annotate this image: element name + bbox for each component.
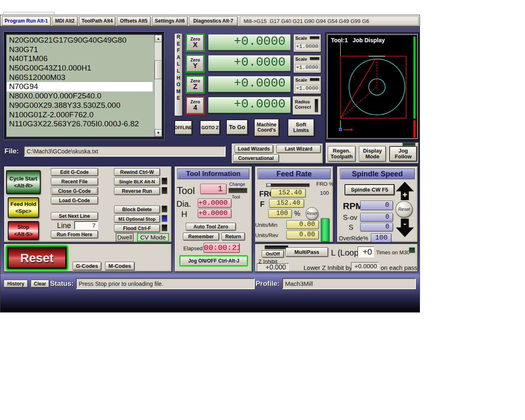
tool-number-dro[interactable]: 1 bbox=[200, 184, 226, 194]
gcode-line[interactable]: N40T1M06 bbox=[7, 54, 153, 64]
gcode-listing[interactable]: N20G00G21G17G90G40G49G80 N30G71 N40T1M06… bbox=[6, 34, 162, 137]
z-inhibit-onoff-button[interactable]: On/Off bbox=[262, 250, 284, 258]
zero-y-button[interactable]: ZeroY bbox=[186, 55, 205, 73]
single-blk-button[interactable]: Single BLK Alt-N bbox=[114, 178, 160, 185]
s-dro[interactable]: 0 bbox=[360, 223, 393, 231]
gcode-line[interactable]: N90G00X29.388Y33.530Z5.000 bbox=[7, 101, 153, 110]
f-dro[interactable]: 152.40 bbox=[269, 199, 304, 208]
tab-diagnostics[interactable]: Diagnostics Alt-7 bbox=[189, 16, 237, 25]
history-button[interactable]: History bbox=[4, 280, 28, 288]
close-gcode-button[interactable]: Close G-Code bbox=[51, 187, 98, 195]
display-mode-button[interactable]: Display Mode bbox=[359, 146, 386, 162]
fro-dro[interactable]: 152.40 bbox=[271, 189, 306, 197]
rewind-button[interactable]: Rewind Ctrl-W bbox=[114, 168, 160, 176]
run-from-here-button[interactable]: Run From Here bbox=[51, 231, 98, 238]
sov-dro[interactable]: 0 bbox=[360, 213, 393, 221]
job-display-screen[interactable]: Tool:1 Job Display bbox=[327, 34, 418, 139]
axis-letter: 4 bbox=[193, 104, 197, 111]
gcode-line[interactable]: N110G3X22.563Y26.705I0.000J-6.82 bbox=[7, 119, 153, 129]
y-axis-dro[interactable]: +0.0000 bbox=[208, 55, 291, 71]
file-path-field[interactable]: C:\Mach3\GCode\skuska.txt bbox=[24, 146, 226, 157]
feed-reset-button[interactable]: Reset bbox=[306, 207, 318, 220]
spindle-cw-button[interactable]: Spindle CW F5 bbox=[345, 184, 395, 195]
line-number-field[interactable]: 7 bbox=[74, 221, 98, 230]
tab-mdi[interactable]: MDI Alt2 bbox=[52, 16, 78, 25]
gcode-scrollbar[interactable]: ▲ ▼ bbox=[154, 35, 162, 137]
tab-toolpath[interactable]: ToolPath Alt4 bbox=[79, 16, 115, 25]
m1-optional-stop-button[interactable]: M1 Optional Stop bbox=[114, 215, 160, 223]
s-label: S bbox=[349, 224, 353, 232]
conversational-button[interactable]: Conversational bbox=[233, 154, 279, 162]
radius-correct-box[interactable]: Radius Correct bbox=[292, 96, 321, 115]
feed-override-dro[interactable]: 100 bbox=[268, 209, 292, 218]
gcode-line-current[interactable]: N70G94 bbox=[7, 82, 153, 91]
load-gcode-button[interactable]: Load G-Code bbox=[51, 196, 98, 204]
fro-slider-track[interactable] bbox=[266, 183, 310, 187]
reset-button[interactable]: Reset bbox=[6, 245, 68, 270]
z-inhibit-value-field[interactable]: +0.000 bbox=[257, 263, 289, 271]
block-delete-button[interactable]: Block Delete bbox=[114, 205, 160, 213]
recent-file-button[interactable]: Recent File bbox=[51, 178, 98, 185]
axis4-dro[interactable]: +0.0000 bbox=[208, 97, 291, 113]
z-scale-dro[interactable]: +1.0000 bbox=[295, 85, 320, 92]
soft-limits-button[interactable]: Soft Limits bbox=[288, 119, 315, 137]
gcode-line[interactable]: N30G71 bbox=[7, 45, 153, 55]
jog-onoff-button[interactable]: Jog ON/OFF Ctrl-Alt-J bbox=[180, 256, 248, 266]
gcode-line[interactable]: N20G00G21G17G90G40G49G80 bbox=[7, 36, 153, 45]
tool-h-dro[interactable]: +0.0000 bbox=[198, 209, 231, 218]
tab-program-run[interactable]: Program Run Alt-1 bbox=[2, 16, 50, 25]
zero-z-button[interactable]: ZeroZ bbox=[186, 75, 205, 94]
remember-button[interactable]: Remember bbox=[183, 233, 219, 240]
load-wizards-button[interactable]: Load Wizards bbox=[235, 145, 273, 153]
spindle-up-button[interactable]: + bbox=[396, 182, 414, 200]
return-button[interactable]: Return bbox=[221, 233, 245, 240]
multipass-button[interactable]: MultiPass bbox=[285, 247, 328, 257]
zero-4-button[interactable]: Zero4 bbox=[186, 96, 205, 114]
tab-offsets[interactable]: Offsets Alt5 bbox=[117, 16, 151, 25]
loop-label: L (Loop) bbox=[331, 248, 361, 258]
clear-button[interactable]: Clear bbox=[31, 280, 49, 288]
gcode-line[interactable]: N100G01Z-2.000F762.0 bbox=[7, 110, 153, 120]
stop-button[interactable]: Stop <Alt-S> bbox=[8, 221, 39, 240]
lower-z-inhibit-field[interactable]: +0.0000 bbox=[351, 262, 379, 270]
last-wizard-button[interactable]: Last Wizard bbox=[276, 145, 321, 153]
elapsed-label: Elapsed bbox=[183, 245, 203, 251]
x-scale-dro[interactable]: +1.0000 bbox=[295, 43, 320, 50]
auto-tool-zero-button[interactable]: Auto Tool Zero bbox=[186, 223, 236, 231]
fro-slider-handle[interactable] bbox=[267, 183, 271, 187]
status-label: Status: bbox=[50, 280, 74, 288]
scroll-down-icon[interactable]: ▼ bbox=[155, 129, 162, 137]
spindle-reset-button[interactable]: Reset bbox=[395, 201, 413, 217]
reverse-run-button[interactable]: Reverse Run bbox=[114, 187, 160, 195]
y-scale-dro[interactable]: +1.0000 bbox=[295, 64, 320, 71]
loop-count-field[interactable]: +0 bbox=[358, 247, 374, 258]
tab-settings[interactable]: Settings Alt6 bbox=[152, 16, 187, 25]
zero-x-button[interactable]: ZeroX bbox=[186, 34, 205, 52]
feed-slider[interactable] bbox=[321, 218, 329, 242]
cv-mode-indicator[interactable]: CV Mode bbox=[137, 233, 169, 242]
regen-toolpath-button[interactable]: Regen. Toolpath bbox=[328, 146, 356, 162]
spindle-down-button[interactable]: - bbox=[396, 219, 414, 237]
offline-button[interactable]: OFFLINE bbox=[174, 120, 192, 135]
gcode-line[interactable]: N60S12000M03 bbox=[7, 73, 153, 82]
tool-dia-dro[interactable]: +0.0000 bbox=[198, 199, 231, 208]
scroll-up-icon[interactable]: ▲ bbox=[155, 35, 162, 42]
change-tool-led[interactable] bbox=[228, 188, 247, 193]
scrollbar-thumb[interactable] bbox=[155, 60, 162, 79]
z-axis-dro[interactable]: +0.0000 bbox=[208, 76, 291, 92]
gcode-line[interactable]: N80X0.000Y0.000F2540.0 bbox=[7, 91, 153, 101]
goto-z-button[interactable]: GOTO Z bbox=[200, 120, 220, 135]
x-axis-dro[interactable]: +0.0000 bbox=[208, 34, 291, 50]
jog-follow-button[interactable]: Jog Follow bbox=[389, 146, 417, 162]
flood-button[interactable]: Flood Ctrl-F bbox=[114, 224, 160, 232]
set-next-line-button[interactable]: Set Next Line bbox=[51, 212, 98, 220]
to-go-button[interactable]: To Go bbox=[226, 119, 248, 135]
cycle-start-button[interactable]: Cycle Start <Alt-R> bbox=[6, 170, 41, 194]
machine-coords-button[interactable]: Machine Coord's bbox=[254, 119, 279, 137]
m-codes-button[interactable]: M-Codes bbox=[105, 262, 135, 270]
g-codes-button[interactable]: G-Codes bbox=[73, 262, 101, 270]
ref-all-home-button[interactable]: R E F A L L H O M E bbox=[174, 33, 183, 116]
feed-hold-button[interactable]: Feed Hold <Spc> bbox=[8, 197, 39, 218]
gcode-line[interactable]: N50G00G43Z10.000H1 bbox=[7, 64, 153, 73]
edit-gcode-button[interactable]: Edit G-Code bbox=[51, 168, 98, 176]
